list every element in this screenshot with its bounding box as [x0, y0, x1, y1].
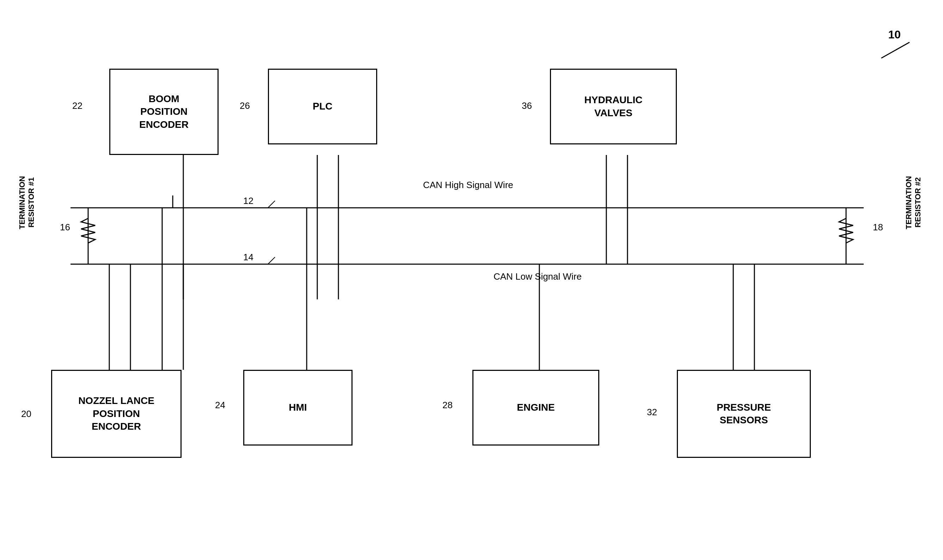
- diagram-container: 10 BOOMPOSITIONENCODER 22 PLC 26 HYDRAUL…: [0, 0, 943, 560]
- engine-ref: 28: [442, 400, 453, 411]
- wire-14-ref: 14: [243, 252, 253, 263]
- svg-line-26: [881, 42, 909, 58]
- boom-encoder-box: BOOMPOSITIONENCODER: [109, 69, 219, 155]
- term-resistor-2-ref: 18: [873, 222, 883, 233]
- plc-ref: 26: [240, 100, 250, 111]
- plc-box: PLC: [268, 69, 377, 145]
- nozzle-encoder-box: NOZZEL LANCEPOSITIONENCODER: [51, 370, 182, 458]
- boom-encoder-ref: 22: [72, 100, 82, 111]
- hmi-box: HMI: [243, 370, 352, 446]
- pressure-sensors-label: PRESSURESENSORS: [717, 401, 771, 427]
- engine-box: ENGINE: [472, 370, 599, 446]
- pressure-sensors-box: PRESSURESENSORS: [677, 370, 811, 458]
- hydraulic-valves-box: HYDRAULICVALVES: [550, 69, 677, 145]
- term-resistor-1-label: TERMINATIONRESISTOR #1: [18, 158, 39, 246]
- svg-line-27: [268, 201, 275, 208]
- nozzle-encoder-ref: 20: [21, 409, 31, 420]
- can-low-wire-label: CAN Low Signal Wire: [494, 271, 582, 282]
- diagram-number: 10: [888, 28, 901, 41]
- hydraulic-valves-label: HYDRAULICVALVES: [585, 94, 643, 119]
- pressure-sensors-ref: 32: [647, 407, 657, 418]
- hydraulic-valves-ref: 36: [522, 100, 532, 111]
- svg-line-28: [268, 257, 275, 264]
- nozzle-encoder-label: NOZZEL LANCEPOSITIONENCODER: [78, 394, 154, 433]
- hmi-ref: 24: [215, 400, 225, 411]
- wire-12-ref: 12: [243, 195, 253, 206]
- can-high-wire-label: CAN High Signal Wire: [423, 180, 513, 191]
- hmi-label: HMI: [289, 401, 307, 414]
- boom-encoder-label: BOOMPOSITIONENCODER: [139, 92, 188, 131]
- plc-label: PLC: [313, 100, 332, 113]
- engine-label: ENGINE: [517, 401, 554, 414]
- term-resistor-1-ref: 16: [60, 222, 70, 233]
- term-resistor-2-label: TERMINATIONRESISTOR #2: [904, 158, 925, 246]
